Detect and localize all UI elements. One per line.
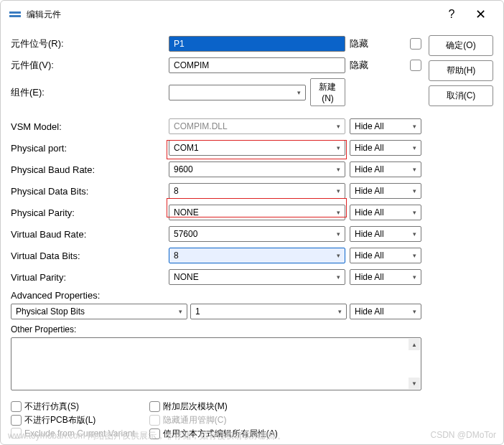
chevron-down-icon: ▾	[413, 187, 416, 195]
chevron-down-icon: ▾	[413, 308, 416, 315]
prop-vis-select[interactable]: Hide All▾	[350, 140, 421, 156]
prop-vis-select[interactable]: Hide All▾	[350, 226, 421, 242]
prop-value-select[interactable]: COMPIM.DLL▾	[169, 118, 345, 134]
prop-label: Virtual Baud Rate:	[11, 229, 169, 240]
prop-value-select[interactable]: COM1▾	[169, 140, 345, 156]
checkbox	[149, 415, 160, 426]
prop-label: Virtual Data Bits:	[11, 250, 169, 261]
chevron-down-icon: ▾	[337, 123, 340, 130]
prop-value-select[interactable]: 8▾	[169, 248, 345, 263]
val-input[interactable]	[169, 57, 345, 73]
ok-button[interactable]: 确定(O)	[429, 35, 493, 56]
chevron-down-icon: ▾	[413, 123, 416, 130]
adv-key-select[interactable]: Physical Stop Bits▾	[11, 304, 187, 319]
ref-hide-label: 隐藏	[350, 37, 406, 50]
window-title: 编辑元件	[27, 9, 61, 21]
side-buttons: 确定(O) 帮助(H) 取消(C)	[429, 35, 493, 440]
chevron-down-icon: ▾	[337, 187, 340, 195]
checkbox-label: 不进行仿真(S)	[24, 400, 79, 413]
chevron-down-icon: ▾	[337, 273, 340, 281]
main-panel: 元件位号(R): 隐藏 元件值(V): 隐藏 组件(E): ▾ 新建(N) VS…	[11, 35, 421, 440]
ref-label: 元件位号(R):	[11, 37, 169, 50]
chevron-down-icon: ▾	[338, 308, 342, 315]
chevron-down-icon: ▾	[337, 144, 340, 151]
chevron-down-icon: ▾	[297, 89, 301, 96]
other-properties-textarea[interactable]: ▲ ▼	[11, 337, 421, 390]
chevron-down-icon: ▾	[337, 252, 340, 259]
prop-vis-select[interactable]: Hide All▾	[350, 269, 421, 285]
titlebar-close-button[interactable]: ✕	[466, 6, 495, 22]
checkbox[interactable]	[149, 401, 160, 412]
checkbox[interactable]	[11, 415, 22, 426]
prop-value-select[interactable]: 8▾	[169, 183, 345, 199]
scroll-up-icon[interactable]: ▲	[409, 339, 420, 350]
prop-label: Virtual Parity:	[11, 272, 169, 283]
prop-label: Physical Parity:	[11, 207, 169, 218]
prop-vis-select[interactable]: Hide All▾	[350, 183, 421, 199]
prop-vis-select[interactable]: Hide All▾	[350, 118, 421, 134]
checkbox-label: 附加层次模块(M)	[163, 400, 228, 413]
prop-value-select[interactable]: 57600▾	[169, 226, 345, 242]
chevron-down-icon: ▾	[413, 252, 416, 259]
adv-val-select[interactable]: 1▾	[190, 304, 347, 319]
titlebar: 编辑元件 ? ✕	[1, 1, 503, 28]
prop-label: Physical Data Bits:	[11, 186, 169, 197]
prop-value-select[interactable]: NONE▾	[169, 269, 345, 285]
val-hide-label: 隐藏	[350, 59, 406, 72]
val-label: 元件值(V):	[11, 59, 169, 72]
ref-input[interactable]	[169, 36, 345, 52]
prop-value-select[interactable]: 9600▾	[169, 161, 345, 177]
cancel-button[interactable]: 取消(C)	[429, 85, 493, 106]
prop-label: Physical port:	[11, 143, 169, 154]
app-icon	[9, 9, 21, 20]
advanced-label: Advanced Properties:	[11, 290, 421, 301]
prop-vis-select[interactable]: Hide All▾	[350, 248, 421, 263]
checkbox-label: 不进行PCB布版(L)	[24, 414, 95, 426]
checkbox[interactable]	[11, 401, 22, 412]
chevron-down-icon: ▾	[337, 209, 340, 216]
chevron-down-icon: ▾	[413, 273, 416, 281]
chevron-down-icon: ▾	[413, 230, 416, 238]
help-button[interactable]: 帮助(H)	[429, 60, 493, 81]
grp-label: 组件(E):	[11, 86, 169, 99]
chevron-down-icon: ▾	[413, 144, 416, 151]
chevron-down-icon: ▾	[337, 230, 340, 238]
chevron-down-icon: ▾	[337, 166, 340, 173]
val-hide-checkbox[interactable]	[410, 60, 421, 71]
other-label: Other Properties:	[11, 324, 421, 334]
prop-label: Physical Baud Rate:	[11, 164, 169, 175]
ref-hide-checkbox[interactable]	[410, 38, 421, 50]
prop-value-select[interactable]: NONE▾	[169, 205, 345, 220]
grp-select[interactable]: ▾	[169, 85, 306, 100]
chevron-down-icon: ▾	[413, 209, 416, 216]
titlebar-help-button[interactable]: ?	[437, 8, 466, 21]
prop-vis-select[interactable]: Hide All▾	[350, 205, 421, 220]
prop-vis-select[interactable]: Hide All▾	[350, 161, 421, 177]
watermark: www.toymoban.com 网络图片仅供展示，非存储，如有侵权请联系删除。…	[8, 430, 496, 442]
chevron-down-icon: ▾	[413, 166, 416, 173]
prop-label: VSM Model:	[11, 121, 169, 132]
chevron-down-icon: ▾	[179, 308, 182, 315]
checkbox-label: 隐藏通用管脚(C)	[163, 414, 227, 426]
scroll-down-icon[interactable]: ▼	[409, 378, 420, 389]
adv-vis-select[interactable]: Hide All▾	[350, 304, 421, 319]
new-button[interactable]: 新建(N)	[310, 78, 345, 106]
